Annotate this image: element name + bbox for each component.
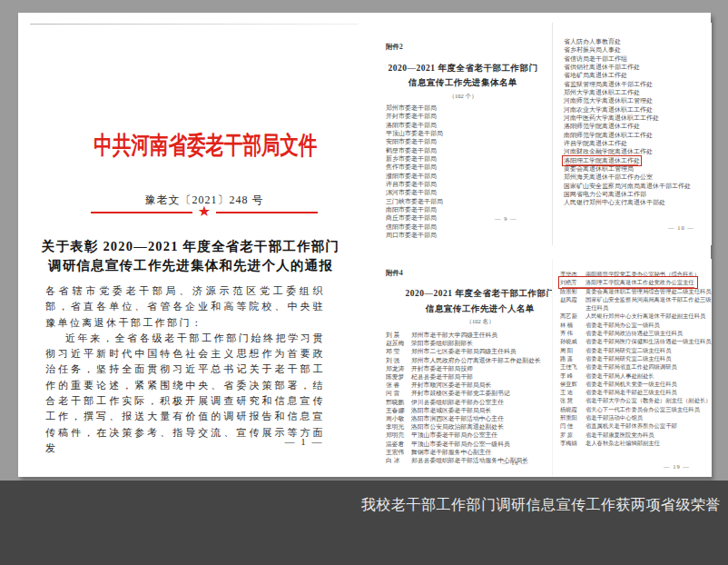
person-row: 邢晓鹏 伊川县委组织部老干部办公室主任 [386,398,580,406]
person-title: 人民银行郑州中心支行离退休干部处副主任科员 [585,312,712,320]
person-title: 省委老干部局机关党委一级主任科员 [585,380,712,388]
person-row: 郑龙涛 开封市委老干部局技师 [386,364,580,372]
person-name: 周小敏 [386,414,411,422]
collective-list: 郑州市委老干部局 开封市委老干部局 洛阳市委老干部局 平顶山市委老干部局 安阳市… [386,104,443,240]
document-headline: 关于表彰 2020—2021 年度全省老干部工作部门 调研信息宣传工作先进集体和… [38,237,343,275]
person-title: 省委老干部局办公室一级科员 [585,321,712,329]
collective-list-item: 平顶山市委老干部局 [386,130,443,138]
collective-list-item: 南阳师范学院离退休职工工作处 [564,132,691,140]
collective-list-item: 河南财政金融学院离退休工作处 [564,148,691,156]
person-row: 王 迪 省委老干部局老干部处三级主任科员 [560,388,712,396]
person-row: 王宏伟 舞钢市老干部服务中心副主任 [386,448,580,456]
person-name: 齐 伟 [560,329,585,337]
collective-list-item: 省监狱管理局离退休干部工作处 [564,81,691,89]
person-name: 邢重阳 [560,413,585,421]
person-name: 郑明亮 [386,431,411,439]
person-row: 高艺新 人民银行郑州中心支行离退休干部处副主任科员 [560,312,712,320]
person-name: 邢晓鹏 [386,398,411,406]
red-line-right [216,212,318,213]
person-title: 省老干部康复医院党办科员 [585,431,712,439]
page-number: — 1 — [272,436,336,447]
attachment-title-line1: 2020—2021 年度全省老干部工作部门 [359,63,567,74]
person-title: 省委老干部局老干部处三级主任科员 [585,388,712,396]
person-name: 路 遥 [560,354,585,362]
person-row: 刘艳芳 洛阳理工学院离退休工作处党政办公室主任 [560,278,696,286]
person-title: 省委老干部局医疗保健和生活待遇处一级主任科员 [585,337,712,345]
person-name: 罗 原 [560,431,585,439]
attachment2-page2: 省人防办人事教育处 省乡村振兴局人事处 省信访局老干部工作组 省供销社离退休干部… [552,23,712,245]
person-name: 刘 晨 [386,331,411,339]
collective-list-item: 省地矿局离退休工作处 [564,72,691,80]
attachment-label: 附件2 [386,43,403,52]
person-row: 白 冰 郏县县委组织部老干部活动服务中心副局长 [386,456,580,464]
person-name: 王佳飞 [560,362,585,371]
caption-bar: 我校老干部工作部门调研信息宣传工作获两项省级荣誉 [0,481,728,565]
person-title: 老人春秋杂志社编辑部副主任 [585,439,712,447]
collective-list-item: 三门峡市委老干部局 [386,198,443,206]
person-row: 罗 原 省老干部康复医院党办科员 [560,431,712,439]
attachment4-page2: 李华杰 南阳师范学院党工委办公室秘书（综合科长） 刘艳芳 洛阳理工学院离退休工作… [552,259,712,477]
person-row: 陈爱梦 杞县县委老干部局干部 [386,372,580,381]
person-row: 闫 佳 省直属机关老干部休养所办公室干部 [560,421,712,430]
page-number: — 10 — [668,224,694,231]
collective-list-item: 洛阳师范学院离退休工作处 [564,123,691,131]
person-row: 邓 莹 郑州市二七区委老干部局四级主任科员 [386,347,580,355]
person-row: 闫 雷 开封市鼓楼区委老干部党工委副书记 [386,389,580,397]
person-name: 闫 佳 [560,421,585,430]
documents-photo: 中共河南省委老干部局文件 豫老文〔2021〕248 号 ★ 关于表彰 2020—… [18,13,711,477]
person-title: 省委老干部局研究室二级主任科员 [585,354,712,362]
collective-list-item: 洛阳市委老干部局 [386,122,443,130]
person-row: 刘 晨 郑州市老干部大学四级主任科员 [386,331,580,339]
person-row: 侯亚辉 省委老干部局机关党委一级主任科员 [560,380,712,388]
person-name: 张 慧 [560,396,585,404]
headline-line-2: 调研信息宣传工作先进集体和先进个人的通报 [38,256,343,275]
person-row: 李明光 洛阳市公安局政治部离退处副处长 [386,422,580,431]
collective-list-item: 许昌市委老干部局 [386,181,443,189]
person-row: 郑明亮 平顶山市委老干部局办公室主任 [386,431,580,439]
person-title: 省委老干部局人事处副处长 [585,372,712,380]
person-name: 闫 雷 [386,389,411,397]
collective-list-item: 濮阳市委老干部局 [386,173,443,181]
collective-list-item: 郑州市委老干部局 [386,104,443,113]
collective-list-item: 省供销社离退休干部工作处 [564,64,691,72]
attachment-label: 附件4 [386,269,403,278]
person-row: 赵景梅 荥阳市委组织部副部长 [386,339,580,347]
person-row: 王佳飞 省委老干部局省直工作处四级调研员 [560,362,712,371]
person-row: 赵凤霞 国家矿山安全监察局河南局离退休干部工作处三级主任科员 [560,295,712,312]
person-title: 省老干部活动中心馆员 [585,413,712,421]
person-row: 杨晓霞 省关心下一代工作委员会办公室三级主任科员 [560,405,712,413]
person-name: 侯亚辉 [560,380,585,388]
person-row: 邢重阳 省老干部活动中心馆员 [560,413,712,421]
person-row: 孙晓威 省委老干部局医疗保健和生活待遇处一级主任科员 [560,337,712,345]
collective-list-item: 河南中医药大学离退休职工工作处 [564,114,691,123]
caption-text: 我校老干部工作部门调研信息宣传工作获两项省级荣誉 [361,496,721,515]
collective-list-item: 周口市委老干部局 [386,232,443,240]
person-name: 高艺新 [560,312,585,320]
person-title: 省委老干部局政治待遇处三级主任科员 [585,329,712,337]
person-title: 南阳师范学院党工委办公室秘书（综合科长） [585,270,712,278]
page-number: — 18 — [502,460,528,466]
person-name: 刘 强 [386,356,411,364]
collective-list-item: 安阳市委老干部局 [386,138,443,146]
person-title: 洛阳理工学院离退休工作处党政办公室主任 [585,278,694,286]
person-row: 张 睿 开封市顺河区委老干部局局长 [386,381,580,389]
person-name: 赵凤霞 [560,295,585,312]
person-name: 李华杰 [560,270,585,278]
person-row: 周小敏 洛阳市涧西区老干部活动中心主任 [386,414,580,422]
person-name: 赵景梅 [386,339,411,347]
person-title: 国家矿山安全监察局河南局离退休干部工作处三级主任科员 [585,295,712,312]
collective-list-item: 漯河市委老干部局 [386,189,443,197]
collective-list-item: 洛阳理工学院离退休工作处 [564,157,691,165]
page-number: — 9 — [495,215,517,222]
collective-list: 省人防办人事教育处 省乡村振兴局人事处 省信访局老干部工作组 省供销社离退休干部… [564,38,691,208]
person-row: 齐 伟 省委老干部局政治待遇处三级主任科员 [560,329,712,337]
person-name: 白 冰 [386,456,411,464]
person-name: 林 楠 [560,321,585,329]
person-name: 郑龙涛 [386,364,411,372]
headline-line-1: 关于表彰 2020—2021 年度全省老干部工作部门 [38,237,343,256]
collective-list-item: 省信访局老干部工作组 [564,55,691,64]
person-name: 张 睿 [386,381,411,389]
collective-list-item: 南阳市委老干部局 [386,206,443,214]
page-edge-line [30,24,359,25]
person-name: 陈爱梦 [386,372,411,381]
